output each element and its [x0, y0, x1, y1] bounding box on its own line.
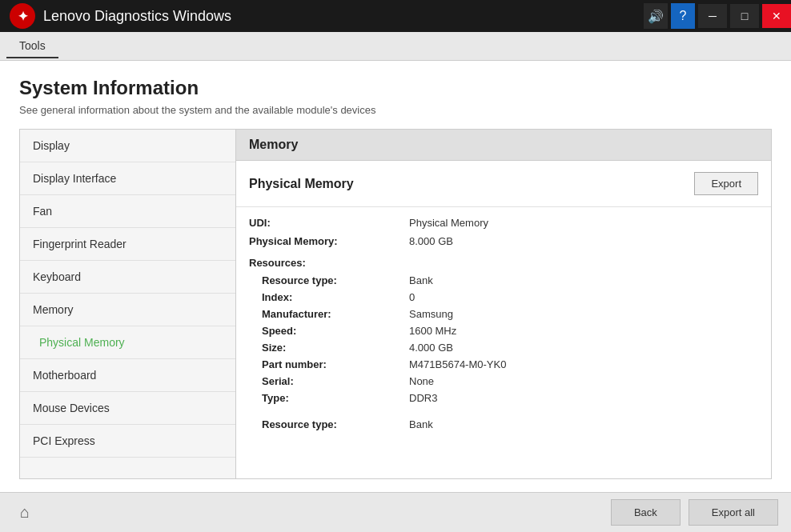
resource-type2-label: Resource type: — [262, 418, 409, 430]
udi-value: Physical Memory — [409, 217, 488, 229]
detail-panel[interactable]: Physical Memory Export UDI: Physical Mem… — [236, 161, 771, 478]
export-button[interactable]: Export — [694, 172, 758, 195]
footer-right: Back Export all — [611, 499, 778, 526]
right-panel: Memory Physical Memory Export UDI: Physi… — [236, 130, 771, 478]
detail-row-udi: UDI: Physical Memory — [249, 214, 758, 232]
sidebar-item-physical-memory[interactable]: Physical Memory — [20, 326, 235, 359]
main-content: System Information See general informati… — [0, 61, 791, 492]
manufacturer-row: Manufacturer: Samsung — [249, 306, 758, 322]
export-all-button[interactable]: Export all — [689, 499, 778, 526]
sidebar-item-pci-express[interactable]: PCI Express — [20, 425, 235, 458]
sidebar-item-keyboard[interactable]: Keyboard — [20, 261, 235, 294]
speed-value: 1600 MHz — [409, 325, 456, 337]
part-number-row: Part number: M471B5674-M0-YK0 — [249, 356, 758, 373]
detail-title: Physical Memory — [249, 177, 354, 191]
sidebar-item-fan[interactable]: Fan — [20, 195, 235, 228]
index-label: Index: — [262, 291, 409, 303]
detail-header: Physical Memory Export — [236, 161, 771, 207]
volume-button[interactable]: 🔊 — [644, 3, 668, 29]
serial-row: Serial: None — [249, 373, 758, 390]
panel-header: Memory — [236, 130, 771, 161]
app-title: Lenovo Diagnostics Windows — [43, 8, 231, 25]
home-button[interactable]: ⌂ — [13, 501, 37, 525]
sidebar: Display Display Interface Fan Fingerprin… — [20, 130, 236, 478]
title-bar-left: ✦ Lenovo Diagnostics Windows — [10, 3, 231, 29]
part-number-value: M471B5674-M0-YK0 — [409, 358, 506, 370]
resource-type-row: Resource type: Bank — [249, 272, 758, 289]
sidebar-item-display[interactable]: Display — [20, 130, 235, 162]
size-value: 4.000 GB — [409, 342, 453, 354]
footer-left: ⌂ — [13, 501, 37, 525]
index-value: 0 — [409, 291, 415, 303]
type-value: DDR3 — [409, 392, 437, 404]
back-button[interactable]: Back — [611, 499, 681, 526]
page-title: System Information — [19, 77, 772, 99]
resource-type-label: Resource type: — [262, 274, 409, 286]
sidebar-item-display-interface[interactable]: Display Interface — [20, 162, 235, 195]
restore-button[interactable]: □ — [730, 4, 759, 28]
content-area: Display Display Interface Fan Fingerprin… — [19, 129, 772, 479]
title-bar: ✦ Lenovo Diagnostics Windows 🔊 ? ─ □ ✕ — [0, 0, 791, 32]
detail-table: UDI: Physical Memory Physical Memory: 8.… — [236, 207, 771, 439]
sidebar-item-memory[interactable]: Memory — [20, 294, 235, 326]
type-label: Type: — [262, 392, 409, 404]
speed-label: Speed: — [262, 325, 409, 337]
footer: ⌂ Back Export all — [0, 492, 791, 532]
page-subtitle: See general information about the system… — [19, 104, 772, 116]
menu-bar: Tools — [0, 32, 791, 61]
speed-row: Speed: 1600 MHz — [249, 322, 758, 339]
resource-type-value: Bank — [409, 274, 433, 286]
physical-memory-value: 8.000 GB — [409, 235, 453, 247]
manufacturer-label: Manufacturer: — [262, 308, 409, 320]
minimize-button[interactable]: ─ — [698, 4, 727, 28]
size-row: Size: 4.000 GB — [249, 339, 758, 356]
manufacturer-value: Samsung — [409, 308, 453, 320]
sidebar-item-motherboard[interactable]: Motherboard — [20, 359, 235, 392]
window-controls: 🔊 ? ─ □ ✕ — [644, 3, 791, 29]
menu-tools[interactable]: Tools — [6, 34, 58, 58]
udi-label: UDI: — [249, 217, 409, 229]
type-row: Type: DDR3 — [249, 390, 758, 406]
detail-row-physical-memory: Physical Memory: 8.000 GB — [249, 232, 758, 250]
resources-label: Resources: — [249, 250, 758, 272]
physical-memory-label: Physical Memory: — [249, 235, 409, 247]
size-label: Size: — [262, 342, 409, 354]
sidebar-item-fingerprint-reader[interactable]: Fingerprint Reader — [20, 228, 235, 261]
resource-type2-row: Resource type: Bank — [249, 416, 758, 433]
resource-type2-value: Bank — [409, 418, 433, 430]
serial-label: Serial: — [262, 375, 409, 387]
app-logo: ✦ — [10, 3, 35, 29]
part-number-label: Part number: — [262, 358, 409, 370]
sidebar-item-mouse-devices[interactable]: Mouse Devices — [20, 392, 235, 425]
close-button[interactable]: ✕ — [762, 4, 791, 28]
serial-value: None — [409, 375, 434, 387]
logo-symbol: ✦ — [18, 9, 28, 24]
help-button[interactable]: ? — [671, 3, 695, 29]
index-row: Index: 0 — [249, 289, 758, 306]
